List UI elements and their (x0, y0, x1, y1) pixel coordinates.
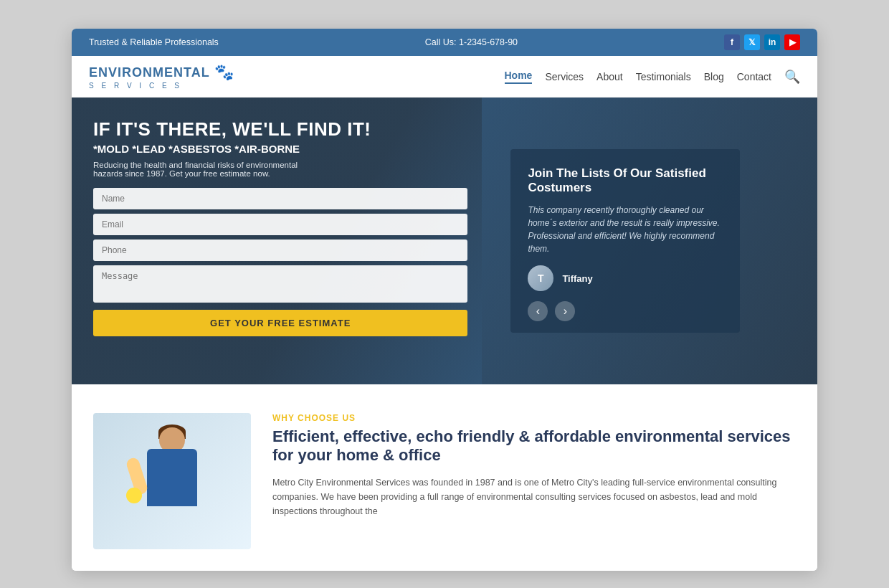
testimonial-text: This company recently thoroughly cleaned… (528, 204, 723, 255)
email-input[interactable] (93, 214, 467, 235)
top-bar: Trusted & Reliable Professionals Call Us… (72, 29, 817, 56)
estimate-form: GET YOUR FREE ESTIMATE (93, 188, 467, 336)
hero-subtitle: *MOLD *LEAD *ASBESTOS *AIR-BORNE (93, 143, 467, 155)
twitter-icon[interactable]: 𝕏 (744, 34, 760, 50)
hero-content: IF IT'S THERE, WE'LL FIND IT! *MOLD *LEA… (72, 98, 817, 384)
nav-about[interactable]: About (596, 71, 623, 82)
testimonial-author: Tiffany (562, 273, 592, 284)
hero-left: IF IT'S THERE, WE'LL FIND IT! *MOLD *LEA… (72, 98, 489, 384)
logo: ENVIRONMENTAL 🐾 S E R V I C E S (89, 63, 234, 90)
testimonial-card: Join The Lists Of Our Satisfied Costumer… (510, 149, 740, 333)
person-body (147, 449, 197, 506)
why-section: WHY CHOOSE US Efficient, effective, echo… (72, 384, 817, 571)
nav-blog[interactable]: Blog (704, 71, 724, 82)
nav-links: Home Services About Testimonials Blog Co… (505, 70, 772, 84)
testimonial-nav: ‹ › (528, 301, 723, 321)
phone-input[interactable] (93, 240, 467, 261)
person-glove (126, 488, 142, 503)
tagline: Trusted & Reliable Professionals (89, 37, 219, 47)
social-icons: f 𝕏 in ▶ (724, 34, 800, 50)
browser-frame: Trusted & Reliable Professionals Call Us… (72, 29, 817, 571)
logo-icon: 🐾 (214, 63, 234, 82)
testimonial-prev[interactable]: ‹ (528, 301, 548, 321)
name-input[interactable] (93, 188, 467, 209)
why-image (93, 413, 251, 549)
search-button[interactable]: 🔍 (784, 69, 800, 85)
hero-right: Join The Lists Of Our Satisfied Costumer… (489, 98, 817, 384)
why-content: WHY CHOOSE US Efficient, effective, echo… (272, 413, 796, 518)
linkedin-icon[interactable]: in (764, 34, 780, 50)
message-input[interactable] (93, 265, 467, 303)
nav-contact[interactable]: Contact (737, 71, 771, 82)
facebook-icon[interactable]: f (724, 34, 740, 50)
logo-bottom: S E R V I C E S (89, 82, 182, 90)
why-text: Metro City Environmental Services was fo… (272, 475, 796, 518)
why-label: WHY CHOOSE US (272, 413, 796, 423)
logo-top: ENVIRONMENTAL 🐾 (89, 63, 234, 82)
testimonial-title: Join The Lists Of Our Satisfied Costumer… (528, 166, 723, 196)
testimonial-next[interactable]: › (555, 301, 575, 321)
testimonial-footer: T Tiffany (528, 265, 723, 291)
estimate-button[interactable]: GET YOUR FREE ESTIMATE (93, 310, 467, 336)
hero-section: IF IT'S THERE, WE'LL FIND IT! *MOLD *LEA… (72, 98, 817, 384)
why-title: Efficient, effective, echo friendly & af… (272, 427, 796, 465)
testimonial-avatar: T (528, 265, 553, 291)
nav-home[interactable]: Home (505, 70, 533, 84)
person-illustration (122, 420, 222, 549)
nav-services[interactable]: Services (545, 71, 584, 82)
nav-testimonials[interactable]: Testimonials (636, 71, 691, 82)
youtube-icon[interactable]: ▶ (784, 34, 800, 50)
nav-bar: ENVIRONMENTAL 🐾 S E R V I C E S Home Ser… (72, 56, 817, 98)
hero-description: Reducing the health and financial risks … (93, 161, 323, 178)
hero-title: IF IT'S THERE, WE'LL FIND IT! (93, 119, 467, 140)
phone: Call Us: 1-2345-678-90 (219, 37, 724, 47)
